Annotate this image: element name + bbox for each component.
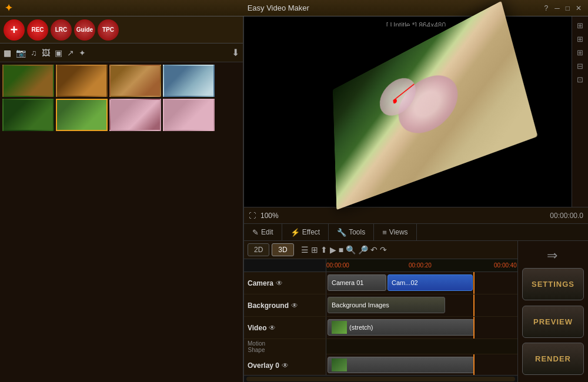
scroll-bar[interactable] (246, 377, 515, 381)
tpc-button[interactable]: TPC (98, 19, 119, 41)
video-track[interactable]: (stretch) (326, 317, 517, 339)
overlay0-clip[interactable] (328, 357, 475, 373)
preview-image (332, 1, 537, 210)
overlay0-thumb (332, 358, 347, 371)
preview-button[interactable]: Preview (522, 306, 584, 338)
tl-zoom-out-icon[interactable]: 🔍 (346, 245, 356, 254)
overlay0-label: Overlay 0 👁 (244, 354, 326, 375)
3d-button[interactable]: 3D (272, 243, 293, 256)
video-icon[interactable]: ▦ (4, 48, 11, 58)
background-visibility-icon[interactable]: 👁 (291, 301, 298, 310)
video-row: Video 👁 (stretch) (244, 317, 517, 339)
close-button[interactable]: ✕ (574, 4, 583, 12)
layout3-icon[interactable]: ⊞ (577, 48, 583, 57)
right-sidebar: ⇒ Settings Preview Render (517, 241, 588, 382)
tl-zoom-in-icon[interactable]: 🔎 (358, 245, 368, 254)
thumbnail-6[interactable] (56, 99, 108, 131)
add-button[interactable]: + (4, 19, 25, 41)
edit-icon: ✎ (252, 228, 259, 237)
image2-icon[interactable]: ▣ (55, 48, 62, 58)
motion-shape-row-1: MotionShape (244, 339, 517, 354)
thumbnail-8[interactable] (163, 99, 215, 131)
background-label-text: Background (248, 301, 289, 310)
tl-undo-icon[interactable]: ↶ (370, 245, 377, 254)
thumbnail-1[interactable] (2, 65, 54, 97)
camera-clip-1[interactable]: Camera 01 (328, 274, 386, 291)
arrow-right-icon: ⇒ (547, 248, 557, 263)
maximize-button[interactable]: □ (564, 4, 572, 12)
settings-button[interactable]: Settings (522, 268, 584, 300)
tab-views-label: Views (389, 228, 408, 236)
guide-button[interactable]: Guide (74, 19, 95, 41)
timeline-scrollbar[interactable] (244, 375, 517, 382)
camera-visibility-icon[interactable]: 👁 (276, 279, 283, 287)
toolbar-row: + REC LRC Guide TPC (0, 16, 243, 43)
layout1-icon[interactable]: ⊞ (577, 21, 583, 30)
background-label: Background 👁 (244, 294, 326, 316)
timeline-ruler[interactable]: 00:00:00 00:00:20 00:00:40 00:01:00 (326, 259, 517, 272)
render-button[interactable]: Render (522, 343, 584, 375)
tl-stop-icon[interactable]: ■ (339, 245, 343, 254)
lrc-button[interactable]: LRC (51, 19, 72, 41)
thumbnail-2[interactable] (56, 65, 108, 97)
layout5-icon[interactable]: ⊡ (577, 75, 583, 84)
zoom-out-icon[interactable]: ⛶ (249, 212, 256, 220)
help-icon[interactable]: ? (544, 4, 549, 12)
image-icon[interactable]: 🖼 (42, 48, 50, 58)
rec-button[interactable]: REC (27, 19, 48, 41)
music-icon[interactable]: ♫ (31, 48, 37, 58)
playhead[interactable] (473, 272, 475, 294)
tab-effect-label: Effect (302, 228, 320, 236)
tl-redo-icon[interactable]: ↷ (380, 245, 387, 254)
tab-views[interactable]: ≡ Views (374, 224, 416, 240)
edit-toolbar: ✎ Edit ⚡ Effect 🔧 Tools ≡ Views (244, 223, 588, 241)
video-label: Video 👁 (244, 317, 326, 339)
motion-shape-label-1: MotionShape (244, 339, 326, 354)
video-visibility-icon[interactable]: 👁 (269, 324, 276, 332)
layout4-icon[interactable]: ⊟ (577, 62, 583, 71)
background-track[interactable]: Background Images (326, 294, 517, 316)
plugin-icon[interactable]: ✦ (79, 48, 86, 58)
minimize-button[interactable]: ─ (553, 4, 562, 12)
overlay0-visibility-icon[interactable]: 👁 (282, 361, 289, 370)
playhead-video (473, 317, 475, 339)
tab-edit-label: Edit (261, 228, 273, 236)
overlay0-label-text: Overlay 0 (248, 361, 279, 370)
video-clip[interactable]: (stretch) (328, 319, 475, 336)
motion-shape-track-1[interactable] (326, 339, 517, 354)
bottom-section: 2D 3D ☰ ⊞ ⬆ ▶ ■ 🔍 🔎 ↶ ↷ (244, 241, 588, 382)
export-icon[interactable]: ↗ (67, 48, 74, 58)
2d-button[interactable]: 2D (248, 243, 269, 256)
thumbnail-5[interactable] (2, 99, 54, 131)
camera-clip-2[interactable]: Cam...02 (387, 274, 473, 291)
tab-edit[interactable]: ✎ Edit (244, 224, 282, 240)
views-icon: ≡ (382, 228, 387, 237)
thumbnail-3[interactable] (109, 65, 161, 97)
playhead-overlay (473, 354, 475, 375)
background-clip[interactable]: Background Images (328, 297, 445, 313)
camera-track[interactable]: Camera 01 Cam...02 (326, 272, 517, 294)
thumbnail-4[interactable] (163, 65, 215, 97)
playhead-bg (473, 294, 475, 316)
window-controls: ─ □ ✕ (553, 4, 583, 12)
timeline-rows: Camera 👁 Camera 01 Cam...02 Background (244, 272, 517, 375)
camera-label: Camera 👁 (244, 272, 326, 294)
tab-tools-label: Tools (349, 228, 365, 236)
video-clip-label: (stretch) (349, 324, 373, 331)
tab-tools[interactable]: 🔧 Tools (329, 224, 374, 240)
preview-section: T ⊟ ⊞ ⊡ ⊟ ⊞ [ Untitle *] 864x480 (244, 16, 588, 207)
thumbnail-7[interactable] (109, 99, 161, 131)
motion-shape-label-text-1: MotionShape (248, 340, 265, 353)
tl-list-icon[interactable]: ☰ (301, 245, 309, 254)
download-icon[interactable]: ⬇ (232, 47, 239, 58)
time-mark-20: 00:00:20 (409, 262, 432, 269)
main-layout: + REC LRC Guide TPC ▦ 📷 ♫ 🖼 ▣ ↗ ✦ ⬇ (0, 16, 588, 382)
tl-add-icon[interactable]: ⊞ (311, 245, 318, 254)
layout2-icon[interactable]: ⊞ (577, 35, 583, 43)
tab-effect[interactable]: ⚡ Effect (282, 224, 329, 240)
overlay0-track[interactable] (326, 354, 517, 375)
camera-icon[interactable]: 📷 (16, 48, 26, 58)
tl-play-icon[interactable]: ▶ (330, 245, 336, 254)
tl-up-icon[interactable]: ⬆ (320, 245, 328, 254)
preview-area: [ Untitle *] 864x480 (244, 16, 588, 207)
